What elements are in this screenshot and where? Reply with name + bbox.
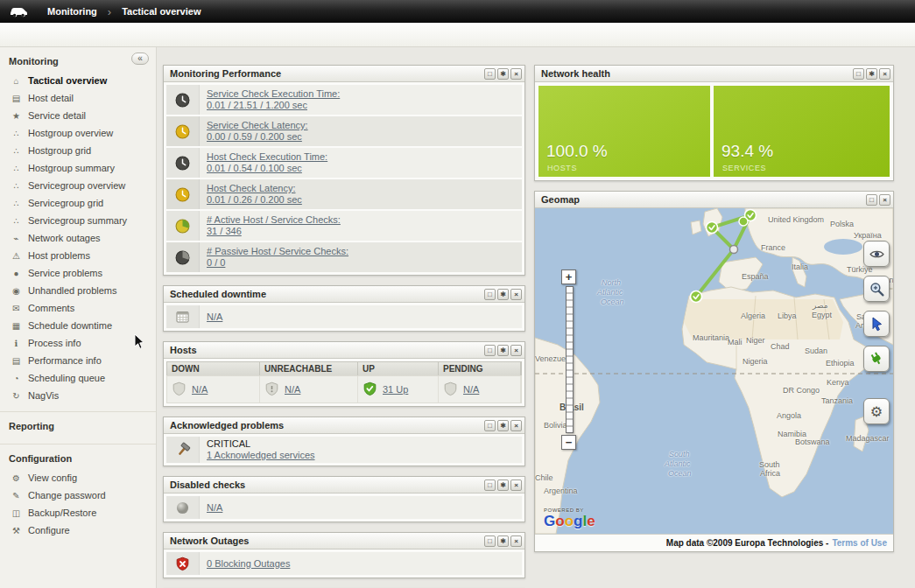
perf-label-link[interactable]: # Active Host / Service Checks: (207, 214, 341, 226)
perf-value-link[interactable]: 0.01 / 0.54 / 0.100 sec (207, 163, 327, 174)
perf-value-link[interactable]: 31 / 346 (207, 226, 341, 237)
blocking-outages-link[interactable]: 0 Blocking Outages (207, 558, 290, 570)
panel-close-button[interactable]: × (510, 68, 522, 80)
visibility-eye-button[interactable] (863, 241, 890, 267)
sidebar-item-process-info[interactable]: ℹProcess info (0, 334, 156, 352)
panel-minimize-button[interactable]: □ (484, 480, 496, 491)
panel-settings-button[interactable]: ✱ (497, 480, 509, 491)
network-health-services-tile[interactable]: 93.4 % SERVICES (714, 86, 890, 177)
sidebar-collapse-button[interactable]: « (131, 52, 149, 65)
sidebar-item-label: Host problems (28, 250, 90, 261)
panel-settings-button[interactable]: ✱ (497, 420, 509, 431)
sidebar-item-performance-info[interactable]: ▤Performance info (0, 352, 156, 369)
panel-settings-button[interactable]: ✱ (497, 289, 509, 300)
panel-header[interactable]: Hosts □ ✱ × (164, 342, 524, 359)
sidebar-item-scheduling-queue[interactable]: ◔Scheduling queue (0, 369, 156, 387)
sidebar-item-hostgroup-overview[interactable]: ∴Hostgroup overview (0, 124, 156, 142)
panel-acknowledged-problems: Acknowledged problems □ ✱ × CRITICAL 1 A… (163, 416, 525, 466)
panel-close-button[interactable]: × (879, 68, 890, 80)
perf-label-link[interactable]: Host Check Execution Time: (207, 151, 327, 163)
acknowledged-services-link[interactable]: 1 Acknowledged services (207, 450, 315, 461)
panel-minimize-button[interactable]: □ (484, 289, 496, 300)
geomap-canvas[interactable]: NorthAtlanticOceanUnited KingdomPolskaУк… (535, 208, 893, 534)
panel-header[interactable]: Scheduled downtime □ ✱ × (164, 286, 524, 303)
network-health-hosts-tile[interactable]: 100.0 % HOSTS (538, 86, 710, 177)
downtime-value-link[interactable]: N/A (207, 312, 222, 323)
sidebar-item-servicegroup-grid[interactable]: ∴Servicegroup grid (0, 194, 156, 212)
perf-label-link[interactable]: Host Check Latency: (207, 183, 302, 194)
panel-close-button[interactable]: × (510, 289, 522, 300)
panel-minimize-button[interactable]: □ (866, 194, 877, 206)
panel-settings-button[interactable]: ✱ (497, 68, 509, 80)
sidebar-item-unhandled-problems[interactable]: ◉Unhandled problems (0, 282, 156, 299)
map-node-gray[interactable] (730, 246, 738, 254)
hosts-table-header: DOWN UNREACHABLE UP PENDING (166, 361, 522, 375)
hosts-unreachable-link[interactable]: N/A (285, 384, 300, 395)
panel-header[interactable]: Disabled checks □ ✱ × (164, 477, 524, 494)
panel-header[interactable]: Monitoring Performance □ ✱ × (164, 66, 524, 82)
panel-close-button[interactable]: × (879, 194, 890, 206)
sidebar-item-change-password[interactable]: ✎Change password (0, 486, 156, 504)
panel-header[interactable]: Geomap □ × (535, 192, 893, 208)
sidebar-item-host-problems[interactable]: ⚠Host problems (0, 247, 156, 264)
hosts-pending-link[interactable]: N/A (463, 384, 479, 395)
panel-close-button[interactable]: × (510, 536, 522, 547)
breadcrumb-tactical-overview[interactable]: Tactical overview (111, 0, 211, 23)
zoom-slider[interactable] (566, 286, 574, 433)
sidebar-item-view-config[interactable]: ⚙View config (0, 469, 156, 486)
panel-settings-button[interactable]: ✱ (497, 536, 509, 547)
pointer-select-button[interactable] (863, 311, 890, 337)
panel-header[interactable]: Acknowledged problems □ ✱ × (164, 417, 524, 434)
perf-label-link[interactable]: Service Check Execution Time: (207, 88, 340, 100)
panel-settings-button[interactable]: ✱ (866, 68, 877, 80)
zoom-out-button[interactable]: − (561, 435, 576, 450)
map-settings-gear-icon[interactable]: ⚙ (863, 398, 890, 424)
sidebar-item-backup-restore[interactable]: ◫Backup/Restore (0, 504, 156, 522)
hosts-down-link[interactable]: N/A (192, 384, 208, 395)
zoom-search-button[interactable] (863, 276, 890, 302)
panel-minimize-button[interactable]: □ (484, 420, 496, 431)
panel-close-button[interactable]: × (510, 345, 522, 356)
perf-value-link[interactable]: 0 / 0 (207, 257, 348, 269)
panel-minimize-button[interactable]: □ (484, 68, 496, 80)
perf-label-link[interactable]: Service Check Latency: (207, 120, 308, 131)
sidebar-item-host-detail[interactable]: ▤Host detail (0, 89, 156, 107)
sidebar-item-comments[interactable]: ✉Comments (0, 299, 156, 317)
sidebar-item-nagvis[interactable]: ↻NagVis (0, 387, 156, 404)
sidebar-item-hostgroup-summary[interactable]: ∴Hostgroup summary (0, 159, 156, 177)
perf-value-link[interactable]: 0.01 / 0.26 / 0.200 sec (207, 194, 302, 206)
panel-close-button[interactable]: × (510, 480, 522, 491)
right-content-column: Network health □ ✱ × 100.0 % HOSTS 93.4 … (534, 65, 894, 562)
panel-minimize-button[interactable]: □ (484, 536, 496, 547)
shield-pending-icon (443, 382, 458, 398)
sidebar-item-tactical-overview[interactable]: ⌂Tactical overview (0, 72, 156, 89)
panel-header[interactable]: Network Outages □ ✱ × (164, 533, 524, 550)
perf-label-link[interactable]: # Passive Host / Service Checks: (207, 246, 348, 257)
disabled-checks-value-link[interactable]: N/A (207, 502, 222, 514)
panel-minimize-button[interactable]: □ (484, 345, 496, 356)
terms-of-use-link[interactable]: Terms of Use (832, 538, 887, 548)
sidebar-item-hostgroup-grid[interactable]: ∴Hostgroup grid (0, 142, 156, 159)
connector-plug-button[interactable] (863, 346, 890, 372)
panel-minimize-button[interactable]: □ (853, 68, 864, 80)
zoom-in-button[interactable]: + (561, 270, 576, 284)
perf-value-link[interactable]: 0.00 / 0.59 / 0.200 sec (207, 131, 308, 143)
app-logo-car-icon[interactable] (0, 5, 37, 18)
sidebar-item-service-detail[interactable]: ★Service detail (0, 107, 156, 124)
wrench-icon: ⚒ (11, 526, 22, 536)
sidebar-item-schedule-downtime[interactable]: ▦Schedule downtime (0, 317, 156, 334)
panel-settings-button[interactable]: ✱ (497, 345, 509, 356)
panel-title: Acknowledged problems (170, 420, 284, 430)
panel-close-button[interactable]: × (510, 420, 522, 431)
sidebar-item-servicegroup-summary[interactable]: ∴Servicegroup summary (0, 212, 156, 229)
perf-value-link[interactable]: 0.01 / 21.51 / 1.200 sec (207, 100, 340, 111)
sidebar-item-service-problems[interactable]: ●Service problems (0, 264, 156, 282)
breadcrumb-monitoring[interactable]: Monitoring (37, 0, 108, 23)
sidebar-item-servicegroup-overview[interactable]: ∴Servicegroup overview (0, 177, 156, 194)
panel-header[interactable]: Network health □ ✱ × (535, 66, 893, 82)
top-navigation-bar: Monitoring › Tactical overview (0, 0, 915, 23)
sidebar-item-network-outages[interactable]: ⌁Network outages (0, 229, 156, 247)
sitemap-icon: ∴ (11, 181, 22, 191)
hosts-up-link[interactable]: 31 Up (383, 384, 408, 395)
sidebar-item-configure[interactable]: ⚒Configure (0, 522, 156, 539)
